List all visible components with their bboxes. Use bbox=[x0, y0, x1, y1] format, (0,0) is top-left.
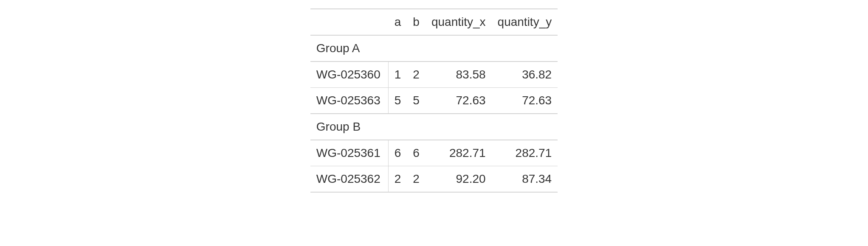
cell-b: 2 bbox=[407, 62, 426, 88]
table-header-row: a b quantity_x quantity_y bbox=[310, 9, 558, 35]
cell-quantity-y: 72.63 bbox=[492, 88, 558, 114]
col-header-quantity-y: quantity_y bbox=[492, 9, 558, 35]
cell-b: 5 bbox=[407, 88, 426, 114]
row-stub: WG-025363 bbox=[310, 88, 388, 114]
cell-quantity-x: 83.58 bbox=[426, 62, 492, 88]
cell-a: 1 bbox=[388, 62, 407, 88]
group-label: Group A bbox=[310, 35, 558, 62]
col-header-quantity-x: quantity_x bbox=[426, 9, 492, 35]
row-stub: WG-025361 bbox=[310, 140, 388, 166]
col-header-a: a bbox=[388, 9, 407, 35]
group-label: Group B bbox=[310, 114, 558, 140]
table-row: WG-025362 2 2 92.20 87.34 bbox=[310, 166, 558, 193]
cell-quantity-y: 282.71 bbox=[492, 140, 558, 166]
cell-b: 6 bbox=[407, 140, 426, 166]
group-row: Group A bbox=[310, 35, 558, 62]
data-table: a b quantity_x quantity_y Group A WG-025… bbox=[310, 8, 558, 193]
cell-quantity-x: 92.20 bbox=[426, 166, 492, 193]
stub-header bbox=[310, 9, 388, 35]
cell-a: 6 bbox=[388, 140, 407, 166]
cell-a: 5 bbox=[388, 88, 407, 114]
cell-a: 2 bbox=[388, 166, 407, 193]
col-header-b: b bbox=[407, 9, 426, 35]
group-row: Group B bbox=[310, 114, 558, 140]
table-row: WG-025363 5 5 72.63 72.63 bbox=[310, 88, 558, 114]
row-stub: WG-025362 bbox=[310, 166, 388, 193]
table-row: WG-025361 6 6 282.71 282.71 bbox=[310, 140, 558, 166]
cell-b: 2 bbox=[407, 166, 426, 193]
cell-quantity-x: 72.63 bbox=[426, 88, 492, 114]
cell-quantity-x: 282.71 bbox=[426, 140, 492, 166]
table-row: WG-025360 1 2 83.58 36.82 bbox=[310, 62, 558, 88]
row-stub: WG-025360 bbox=[310, 62, 388, 88]
cell-quantity-y: 36.82 bbox=[492, 62, 558, 88]
cell-quantity-y: 87.34 bbox=[492, 166, 558, 193]
